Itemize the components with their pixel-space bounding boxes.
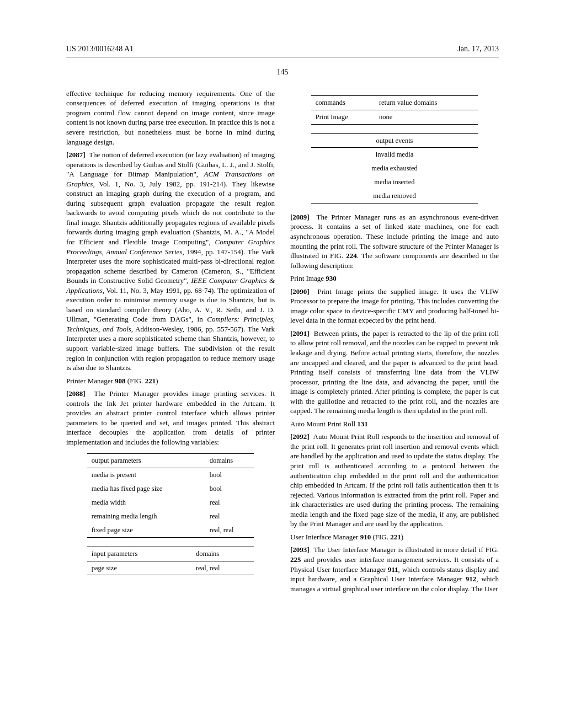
fig-num: 225 — [290, 555, 301, 564]
publication-date: Jan. 17, 2013 — [457, 44, 499, 55]
para-num: [2093] — [290, 545, 310, 554]
table-commands: commands return value domains Print Imag… — [311, 95, 478, 125]
text: User Interface Manager — [290, 533, 360, 541]
cell: real — [205, 510, 254, 523]
page-header: US 2013/0016248 A1 Jan. 17, 2013 — [66, 44, 499, 57]
cell: real — [205, 496, 254, 510]
cell: media removed — [311, 189, 478, 203]
paragraph-2093: [2093] The User Interface Manager is ill… — [290, 545, 499, 593]
text: Print Image — [290, 274, 326, 282]
table-row: media has fixed page sizebool — [87, 482, 254, 496]
text: The User Interface Manager is illustrate… — [313, 545, 499, 554]
cell: invalid media — [311, 148, 478, 162]
ref-num: 930 — [326, 274, 337, 282]
cell: page size — [87, 561, 191, 575]
text: Auto Mount Print Roll — [290, 420, 357, 428]
cell: real, real — [205, 523, 254, 537]
cell: media has fixed page size — [87, 482, 205, 496]
text: Between prints, the paper is retracted t… — [290, 329, 499, 415]
para-num: [2091] — [290, 329, 310, 338]
paragraph-2087: [2087] The notion of deferred execution … — [66, 150, 275, 373]
cell: bool — [205, 482, 254, 496]
table-header-row: output parameters domains — [87, 454, 254, 468]
table-row: media widthreal — [87, 496, 254, 510]
table-header-row: commands return value domains — [311, 95, 478, 110]
page-number: 145 — [66, 67, 499, 78]
table-output-parameters: output parameters domains media is prese… — [87, 453, 254, 537]
table-output-events: output events invalid media media exhaus… — [311, 133, 478, 204]
text: Auto Mount Print Roll responds to the in… — [290, 432, 499, 528]
content-columns: effective technique for reducing memory … — [66, 89, 499, 695]
ref-num: 908 — [115, 377, 126, 385]
para-num: [2087] — [66, 151, 86, 159]
text: (FIG. — [371, 533, 390, 541]
table-header: input parameters — [87, 547, 191, 561]
text: The Printer Manager provides image print… — [66, 389, 275, 446]
cell: bool — [205, 468, 254, 482]
publication-number: US 2013/0016248 A1 — [66, 44, 134, 55]
paragraph-2090: [2090] Print Image prints the supplied i… — [290, 287, 499, 325]
para-num: [2088] — [66, 389, 86, 398]
paragraph-2091: [2091] Between prints, the paper is retr… — [290, 329, 499, 416]
table-row: Print Imagenone — [311, 110, 478, 124]
para-num: [2090] — [290, 287, 310, 296]
heading-printer-manager: Printer Manager 908 (FIG. 221) — [66, 376, 275, 386]
para-num: [2092] — [290, 432, 310, 441]
heading-print-image: Print Image 930 — [290, 274, 499, 283]
cell: remaining media length — [87, 510, 205, 523]
table-row: media exhausted — [311, 162, 478, 175]
cell: fixed page size — [87, 523, 205, 537]
table-header: commands — [311, 95, 375, 110]
table-row: remaining media lengthreal — [87, 510, 254, 523]
text: Vol. 1, No. 3, July 1982, pp. 191-214). … — [66, 180, 275, 246]
table-header: output parameters — [87, 454, 205, 468]
ref-num: 912 — [466, 575, 477, 583]
fig-num: 224 — [346, 251, 357, 260]
table-header: return value domains — [375, 95, 478, 110]
text: ) — [156, 377, 158, 385]
fig-num: 221 — [390, 533, 401, 541]
table-header: domains — [205, 454, 254, 468]
text: (FIG. — [126, 377, 145, 385]
paragraph-2088: [2088] The Printer Manager provides imag… — [66, 389, 275, 447]
cell: media width — [87, 496, 205, 510]
table-header-row: output events — [311, 133, 478, 148]
table-header: output events — [311, 133, 478, 148]
ref-num: 131 — [357, 420, 368, 428]
heading-auto-mount: Auto Mount Print Roll 131 — [290, 419, 499, 429]
cell: media inserted — [311, 175, 478, 189]
table-row: media inserted — [311, 175, 478, 189]
fig-num: 221 — [145, 377, 156, 385]
table-row: media is presentbool — [87, 468, 254, 482]
cell: media is present — [87, 468, 205, 482]
text: Printer Manager — [66, 377, 115, 385]
cell: real, real — [191, 561, 254, 575]
paragraph-2089: [2089] The Printer Manager runs as an as… — [290, 212, 499, 270]
table-header-row: input parameters domains — [87, 547, 254, 561]
table-row: page sizereal, real — [87, 561, 254, 575]
cell: none — [375, 110, 478, 124]
paragraph-lead: effective technique for reducing memory … — [66, 89, 275, 147]
cell: media exhausted — [311, 162, 478, 175]
paragraph-2092: [2092] Auto Mount Print Roll responds to… — [290, 432, 499, 528]
cell: Print Image — [311, 110, 375, 124]
para-num: [2089] — [290, 213, 310, 221]
text: Print Image prints the supplied image. I… — [290, 287, 499, 325]
table-row: media removed — [311, 189, 478, 203]
ref-num: 910 — [360, 533, 371, 541]
table-input-parameters: input parameters domains page sizereal, … — [87, 547, 254, 576]
text: ) — [401, 533, 403, 541]
heading-ui-manager: User Interface Manager 910 (FIG. 221) — [290, 532, 499, 542]
table-header: domains — [191, 547, 254, 561]
ref-num: 911 — [388, 565, 398, 574]
table-row: invalid media — [311, 148, 478, 162]
table-row: fixed page sizereal, real — [87, 523, 254, 537]
page: US 2013/0016248 A1 Jan. 17, 2013 145 eff… — [0, 0, 565, 728]
